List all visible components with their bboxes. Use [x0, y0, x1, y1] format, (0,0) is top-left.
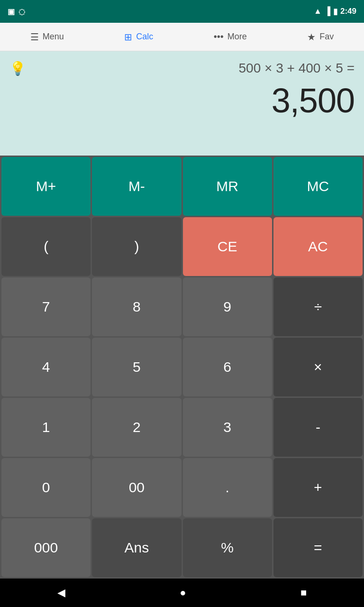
btn-6[interactable]: 6 — [183, 338, 272, 396]
sd-card-icon: ▣ — [8, 7, 15, 16]
nav-fav-label: Fav — [319, 32, 334, 42]
btn-9[interactable]: 9 — [183, 277, 272, 336]
nav-fav[interactable]: ★ Fav — [307, 31, 334, 43]
btn-divide[interactable]: ÷ — [273, 277, 363, 336]
time-display: 2:49 — [340, 7, 356, 16]
btn-open-paren[interactable]: ( — [1, 217, 91, 276]
calc-icon: ⊞ — [124, 31, 132, 43]
row-789: 7 8 9 ÷ — [1, 277, 363, 336]
status-icons-left: ▣ ◌ — [8, 7, 25, 16]
btn-mc[interactable]: MC — [273, 157, 363, 216]
display-area: 💡 500 × 3 + 400 × 5 = 3,500 — [0, 51, 364, 156]
btn-mminus[interactable]: M- — [92, 157, 181, 216]
btn-0[interactable]: 0 — [1, 458, 91, 517]
btn-multiply[interactable]: × — [273, 338, 363, 396]
btn-8[interactable]: 8 — [92, 277, 181, 336]
btn-close-paren[interactable]: ) — [92, 217, 181, 276]
more-icon: ••• — [214, 31, 224, 42]
nav-menu-label: Menu — [43, 32, 64, 42]
nav-more-label: More — [228, 32, 247, 42]
wifi-icon: ▲ — [314, 7, 322, 16]
recent-button[interactable]: ■ — [291, 583, 316, 603]
btn-ac[interactable]: AC — [273, 217, 363, 276]
btn-mplus[interactable]: M+ — [1, 157, 91, 216]
result-display: 3,500 — [9, 81, 355, 120]
home-button[interactable]: ● — [170, 583, 195, 603]
row-0: 0 00 . + — [1, 458, 363, 517]
system-nav: ◀ ● ■ — [0, 579, 364, 607]
btn-equals[interactable]: = — [273, 518, 363, 577]
btn-percent[interactable]: % — [183, 518, 272, 577]
back-button[interactable]: ◀ — [48, 583, 75, 603]
row-bottom: 000 Ans % = — [1, 518, 363, 577]
nav-calc-label: Calc — [136, 32, 153, 42]
nav-more[interactable]: ••• More — [214, 31, 247, 42]
calculator-grid: M+ M- MR MC ( ) CE AC 7 8 9 ÷ 4 5 6 × 1 … — [0, 156, 364, 579]
btn-ans[interactable]: Ans — [92, 518, 181, 577]
btn-00[interactable]: 00 — [92, 458, 181, 517]
btn-7[interactable]: 7 — [1, 277, 91, 336]
btn-add[interactable]: + — [273, 458, 363, 517]
battery-icon: ▮ — [333, 7, 337, 17]
btn-1[interactable]: 1 — [1, 398, 91, 457]
circle-icon: ◌ — [18, 7, 25, 16]
btn-3[interactable]: 3 — [183, 398, 272, 457]
btn-000[interactable]: 000 — [1, 518, 91, 577]
memory-row: M+ M- MR MC — [1, 157, 363, 216]
btn-4[interactable]: 4 — [1, 338, 91, 396]
lightbulb-icon[interactable]: 💡 — [9, 61, 26, 76]
btn-2[interactable]: 2 — [92, 398, 181, 457]
fav-icon: ★ — [307, 31, 316, 43]
nav-calc[interactable]: ⊞ Calc — [124, 31, 153, 43]
menu-icon: ☰ — [30, 31, 39, 43]
nav-bar: ☰ Menu ⊞ Calc ••• More ★ Fav — [0, 23, 364, 51]
status-icons-right: ▲ ▐ ▮ 2:49 — [314, 7, 356, 17]
btn-mr[interactable]: MR — [183, 157, 272, 216]
btn-subtract[interactable]: - — [273, 398, 363, 457]
row-123: 1 2 3 - — [1, 398, 363, 457]
clear-row: ( ) CE AC — [1, 217, 363, 276]
display-top: 💡 500 × 3 + 400 × 5 = — [9, 59, 355, 76]
expression-display: 500 × 3 + 400 × 5 = — [26, 59, 355, 76]
btn-decimal[interactable]: . — [183, 458, 272, 517]
nav-menu[interactable]: ☰ Menu — [30, 31, 64, 43]
btn-ce[interactable]: CE — [183, 217, 272, 276]
status-bar: ▣ ◌ ▲ ▐ ▮ 2:49 — [0, 0, 364, 23]
signal-icon: ▐ — [325, 7, 330, 16]
btn-5[interactable]: 5 — [92, 338, 181, 396]
row-456: 4 5 6 × — [1, 338, 363, 396]
